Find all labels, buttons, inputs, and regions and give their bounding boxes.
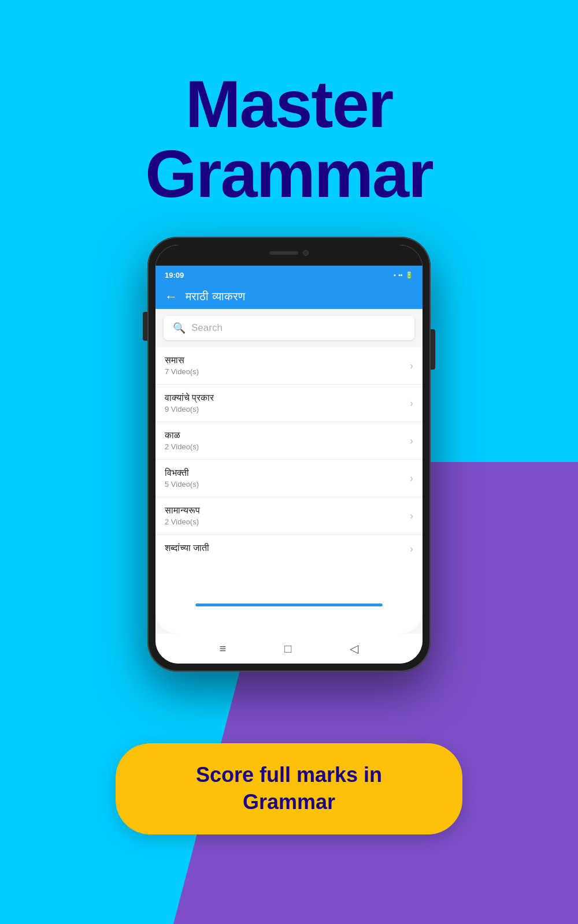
- list-item-partial[interactable]: शब्दांच्या जाती ›: [155, 535, 423, 558]
- notch-bar: [155, 245, 423, 266]
- list-item[interactable]: समास 7 Video(s) ›: [155, 347, 423, 385]
- list-item-content: समास 7 Video(s): [165, 355, 199, 376]
- list-item-content: सामान्यरूप 2 Video(s): [165, 505, 200, 526]
- chevron-right-icon: ›: [410, 435, 413, 447]
- list-item[interactable]: वाक्यांचे प्रकार 9 Video(s) ›: [155, 385, 423, 422]
- phone-outer: 19:09 ▪ ▪▪ 🔋 ← मराठी व्याकरण 🔍 Search: [147, 237, 431, 672]
- list-item-subtitle: 9 Video(s): [165, 405, 214, 413]
- app-bar: ← मराठी व्याकरण: [155, 284, 423, 309]
- chevron-right-icon: ›: [410, 543, 413, 555]
- cta-button[interactable]: Score full marks in Grammar: [116, 743, 462, 834]
- back-nav-icon[interactable]: ◁: [350, 642, 358, 655]
- android-nav-bar: ≡ □ ◁: [155, 634, 423, 664]
- list-item-subtitle: 5 Video(s): [165, 480, 199, 489]
- phone-bottom-area: [155, 576, 423, 634]
- gradient-overlay: [155, 558, 423, 576]
- list-item-title: सामान्यरूप: [165, 505, 200, 516]
- phone-mockup: 19:09 ▪ ▪▪ 🔋 ← मराठी व्याकरण 🔍 Search: [147, 237, 431, 672]
- wifi-icon: ▪: [394, 271, 396, 278]
- phone-screen: 19:09 ▪ ▪▪ 🔋 ← मराठी व्याकरण 🔍 Search: [155, 245, 423, 664]
- list-item-title: समास: [165, 355, 199, 366]
- list-item-title: वाक्यांचे प्रकार: [165, 393, 214, 403]
- list-item-title: काळ: [165, 430, 199, 441]
- chevron-right-icon: ›: [410, 472, 413, 485]
- menu-nav-icon[interactable]: ≡: [220, 642, 227, 655]
- list-item[interactable]: विभक्ती 5 Video(s) ›: [155, 460, 423, 497]
- home-nav-icon[interactable]: □: [284, 642, 291, 655]
- list-item-title: शब्दांच्या जाती: [165, 543, 209, 553]
- chevron-right-icon: ›: [410, 360, 413, 372]
- search-icon: 🔍: [173, 322, 186, 334]
- list-item[interactable]: सामान्यरूप 2 Video(s) ›: [155, 497, 423, 535]
- notch-speaker: [269, 251, 298, 255]
- signal-icon: ▪▪: [398, 271, 403, 278]
- heading-line1: Master Grammar: [0, 69, 578, 209]
- list-item-content: विभक्ती 5 Video(s): [165, 468, 199, 489]
- cta-text-line1: Score full marks in Grammar: [150, 762, 428, 816]
- app-title: मराठी व्याकरण: [186, 290, 245, 303]
- main-heading: Master Grammar: [0, 69, 578, 209]
- blue-indicator-line: [195, 603, 382, 606]
- battery-icon: 🔋: [405, 271, 413, 279]
- list-item-content: वाक्यांचे प्रकार 9 Video(s): [165, 393, 214, 413]
- list-item-title: विभक्ती: [165, 468, 199, 478]
- grammar-list: समास 7 Video(s) › वाक्यांचे प्रकार 9 Vid…: [155, 347, 423, 576]
- list-item-content: काळ 2 Video(s): [165, 430, 199, 451]
- notch-cutout: [251, 245, 327, 261]
- search-placeholder-text: Search: [191, 322, 223, 334]
- status-bar: 19:09 ▪ ▪▪ 🔋: [155, 266, 423, 284]
- status-time: 19:09: [165, 271, 184, 280]
- list-item-subtitle: 2 Video(s): [165, 517, 200, 526]
- list-item-subtitle: 2 Video(s): [165, 442, 199, 451]
- search-bar[interactable]: 🔍 Search: [164, 316, 414, 340]
- status-icons: ▪ ▪▪ 🔋: [394, 271, 413, 279]
- notch-camera: [303, 250, 309, 256]
- list-item-content: शब्दांच्या जाती: [165, 543, 209, 555]
- chevron-right-icon: ›: [410, 397, 413, 409]
- list-item[interactable]: काळ 2 Video(s) ›: [155, 422, 423, 460]
- chevron-right-icon: ›: [410, 510, 413, 522]
- back-button[interactable]: ←: [165, 290, 177, 303]
- list-item-subtitle: 7 Video(s): [165, 367, 199, 376]
